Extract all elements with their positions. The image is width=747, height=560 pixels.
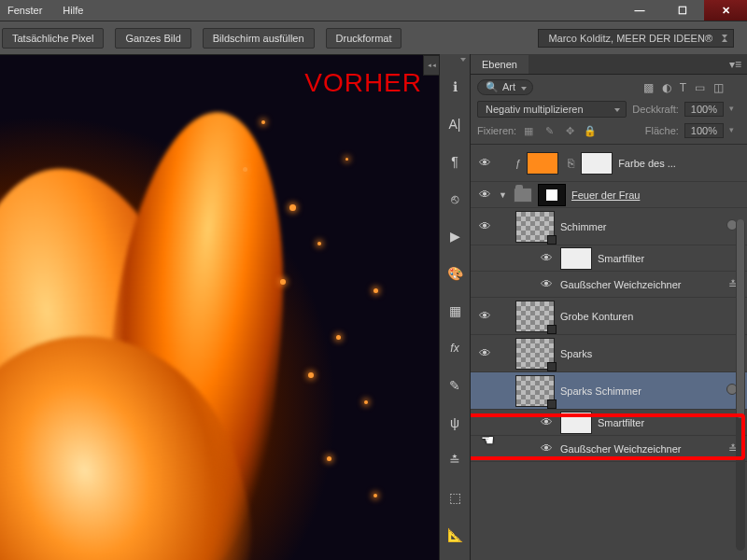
layer-name[interactable]: Sparks	[560, 348, 592, 359]
link-icon: ⎘	[564, 157, 577, 170]
layer-filter-kind[interactable]: 🔍Art	[477, 79, 533, 95]
layer-name[interactable]: Farbe des ...	[618, 158, 676, 169]
filter-pixel-icon[interactable]: ▩	[643, 81, 654, 94]
filter-type-icon[interactable]: T	[680, 81, 686, 94]
minimize-button[interactable]: —	[618, 0, 661, 21]
styles-panel-icon[interactable]: fx	[445, 340, 464, 357]
mask-thumbnail[interactable]	[581, 152, 613, 175]
print-size-button[interactable]: Druckformat	[326, 28, 402, 49]
filter-mask-thumbnail[interactable]	[560, 412, 592, 434]
tool-presets-icon[interactable]: ✎	[445, 377, 464, 394]
before-watermark: VORHER	[304, 68, 422, 98]
fill-label: Fläche:	[645, 125, 679, 136]
document-canvas[interactable]: VORHER	[0, 54, 439, 560]
layer-name[interactable]: Gaußscher Weichzeichner	[560, 443, 681, 455]
filter-entry-row[interactable]: 👁 Gaußscher Weichzeichner ≛	[471, 272, 747, 298]
actions-panel-icon[interactable]: ▶	[445, 228, 464, 245]
layer-name[interactable]: Smartfilter	[598, 253, 644, 264]
visibility-toggle[interactable]: 👁	[471, 219, 499, 233]
visibility-toggle[interactable]: 👁	[471, 309, 499, 323]
character-panel-icon[interactable]: A|	[445, 116, 464, 133]
group-mask-thumbnail[interactable]	[538, 184, 566, 206]
visibility-toggle[interactable]: 👁	[532, 441, 560, 455]
filter-mask-thumbnail[interactable]	[560, 247, 592, 270]
filter-entry-row[interactable]: 👁 Gaußscher Weichzeichner ≛	[471, 436, 747, 462]
adjustments-panel-icon[interactable]: ≛	[445, 452, 464, 469]
smartfilter-row[interactable]: 👁 Smartfilter	[471, 245, 747, 272]
layer-thumbnail[interactable]	[527, 152, 558, 175]
swatches-panel-icon[interactable]: 🎨	[445, 265, 464, 282]
fill-value[interactable]: 100%	[684, 123, 724, 138]
layer-list: 👁 ƒ ⎘ Farbe des ... 👁 ▼ Feuer der Frau 👁	[471, 144, 747, 560]
panel-collapse-handle[interactable]	[423, 55, 440, 76]
filter-shape-icon[interactable]: ▭	[695, 81, 705, 94]
measure-panel-icon[interactable]: 📐	[445, 526, 464, 543]
layers-tab[interactable]: Ebenen	[471, 55, 529, 74]
layer-name[interactable]: Grobe Konturen	[560, 311, 633, 322]
layer-thumbnail[interactable]	[515, 211, 555, 243]
layer-group-row[interactable]: 👁 ▼ Feuer der Frau	[471, 182, 747, 208]
layer-thumbnail[interactable]	[515, 375, 555, 407]
visibility-toggle[interactable]: 👁	[532, 251, 560, 265]
fit-screen-button[interactable]: Ganzes Bild	[115, 28, 190, 49]
grid-panel-icon[interactable]: ▦	[445, 302, 464, 319]
lock-label: Fixieren:	[477, 125, 516, 136]
lock-all-icon[interactable]: 🔒	[584, 125, 597, 137]
3d-panel-icon[interactable]: ⬚	[445, 489, 464, 506]
smartfilter-row[interactable]: 👁 Smartfilter	[471, 410, 747, 436]
layer-thumbnail[interactable]	[515, 301, 555, 332]
layer-name[interactable]: Smartfilter	[598, 417, 644, 428]
visibility-toggle[interactable]: 👁	[471, 346, 499, 360]
layer-row[interactable]: 👁 ƒ ⎘ Farbe des ...	[471, 145, 747, 182]
window-controls: — ☐ ✕	[618, 0, 747, 21]
brush-settings-icon[interactable]: ⎋	[445, 190, 464, 207]
menu-hilfe[interactable]: Hilfe	[63, 5, 83, 16]
close-button[interactable]: ✕	[704, 0, 747, 21]
layer-row-selected[interactable]: Sparks Schimmer	[471, 372, 747, 410]
blend-mode-select[interactable]: Negativ multiplizieren	[477, 101, 627, 118]
actual-pixels-button[interactable]: Tatsächliche Pixel	[2, 28, 104, 49]
group-expand-icon[interactable]: ▼	[499, 190, 510, 200]
filter-smart-icon[interactable]: ◫	[713, 81, 724, 94]
options-bar: Tatsächliche Pixel Ganzes Bild Bildschir…	[0, 21, 747, 54]
folder-icon	[514, 188, 532, 203]
filter-adjust-icon[interactable]: ◐	[662, 81, 671, 94]
visibility-toggle[interactable]: 👁	[532, 415, 560, 429]
layer-name[interactable]: Gaußscher Weichzeichner	[560, 279, 681, 290]
layers-scrollbar[interactable]	[736, 219, 745, 551]
menu-fenster[interactable]: Fenster	[7, 5, 42, 16]
lock-transparency-icon[interactable]: ▦	[522, 125, 535, 137]
layer-name[interactable]: Schimmer	[560, 221, 607, 232]
strip-expand-icon[interactable]	[460, 58, 466, 62]
collapsed-panels-strip: ℹ A| ¶ ⎋ ▶ 🎨 ▦ fx ✎ ψ ≛ ⬚ 📐	[439, 54, 471, 560]
layer-row[interactable]: 👁 Grobe Konturen	[471, 298, 747, 335]
layer-row[interactable]: 👁 Schimmer	[471, 208, 747, 245]
device-panel-icon[interactable]: ψ	[445, 414, 464, 431]
info-panel-icon[interactable]: ℹ	[445, 78, 464, 95]
paragraph-panel-icon[interactable]: ¶	[445, 153, 464, 170]
layer-row[interactable]: 👁 Sparks	[471, 335, 747, 372]
layer-filter-icons[interactable]: ▩ ◐ T ▭ ◫	[643, 81, 724, 94]
lock-pixels-icon[interactable]: ✎	[543, 125, 556, 137]
opacity-label: Deckkraft:	[632, 104, 679, 115]
panel-menu-icon[interactable]: ▾≡	[729, 58, 741, 71]
lock-position-icon[interactable]: ✥	[563, 125, 576, 137]
workspace-selector[interactable]: Marco Kolditz, MEER DER IDEEN®	[538, 29, 734, 48]
opacity-value[interactable]: 100%	[684, 102, 724, 117]
visibility-toggle[interactable]: 👁	[471, 156, 499, 170]
fill-screen-button[interactable]: Bildschirm ausfüllen	[203, 28, 315, 49]
visibility-toggle[interactable]: 👁	[471, 188, 499, 202]
visibility-toggle[interactable]: 👁	[532, 277, 560, 291]
layer-thumbnail[interactable]	[515, 338, 555, 370]
layers-panel: Ebenen ▾≡ 🔍Art ▩ ◐ T ▭ ◫ Negativ multipl…	[471, 54, 747, 560]
layer-name[interactable]: Sparks Schimmer	[560, 385, 641, 397]
maximize-button[interactable]: ☐	[661, 0, 704, 21]
layer-name[interactable]: Feuer der Frau	[571, 189, 640, 201]
